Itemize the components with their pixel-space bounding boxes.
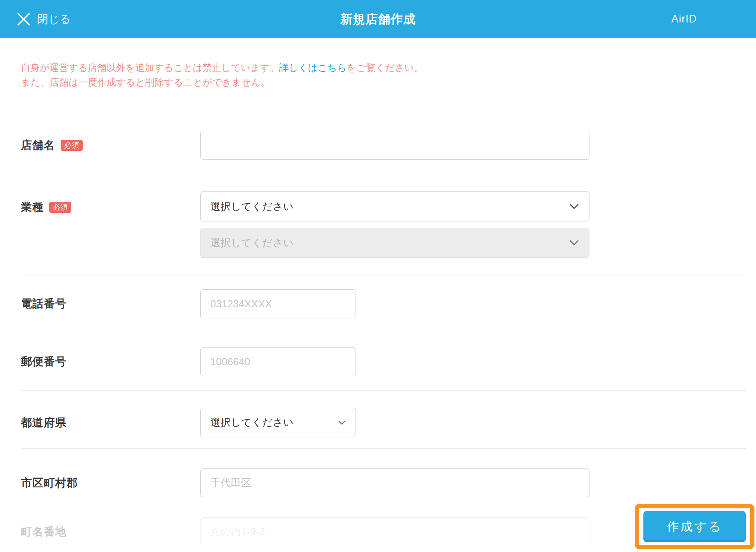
- shop-name-label-group: 店舗名 必須: [21, 138, 200, 153]
- row-industry: 業種 必須 選択してください 選択してください: [21, 174, 746, 275]
- details-link[interactable]: 詳しくはこちら: [279, 62, 346, 73]
- header: 閉じる 新規店舗作成 AirID: [0, 0, 756, 38]
- city-label-group: 市区町村郡: [21, 476, 200, 491]
- postal-code-input[interactable]: [200, 347, 356, 376]
- industry-select-primary[interactable]: 選択してください: [200, 191, 589, 221]
- industry-select-primary-value: 選択してください: [210, 200, 294, 214]
- row-city: 市区町村郡: [21, 448, 746, 511]
- phone-input[interactable]: [200, 289, 356, 318]
- row-postal-code: 郵便番号: [21, 333, 746, 390]
- city-input[interactable]: [200, 468, 589, 497]
- create-button[interactable]: 作成する: [643, 511, 746, 542]
- close-icon: [17, 12, 31, 26]
- row-prefecture: 都道府県 選択してください: [21, 390, 746, 448]
- prefecture-select[interactable]: 選択してください: [200, 408, 356, 437]
- chevron-down-icon: [569, 204, 579, 209]
- city-label: 市区町村郡: [21, 476, 78, 491]
- industry-label-group: 業種 必須: [21, 200, 200, 215]
- chevron-down-icon: [338, 420, 345, 425]
- close-label: 閉じる: [37, 12, 70, 27]
- warning-notice: 自身が運営する店舗以外を追加することは禁止しています。詳しくはこちらをご覧くださ…: [21, 38, 756, 89]
- page-title: 新規店舗作成: [340, 11, 416, 28]
- notice-line-2: また、店舗は一度作成すると削除することができません。: [21, 75, 756, 89]
- store-form: 店舗名 必須 業種 必須 選択してください 選択してく: [21, 115, 746, 546]
- required-badge: 必須: [61, 140, 83, 151]
- row-phone: 電話番号: [21, 275, 746, 333]
- notice-text-pre: 自身が運営する店舗以外を追加することは禁止しています。: [21, 62, 279, 73]
- shop-name-input[interactable]: [200, 131, 589, 160]
- prefecture-label-group: 都道府県: [21, 415, 200, 430]
- prefecture-label: 都道府県: [21, 415, 67, 430]
- row-shop-name: 店舗名 必須: [21, 115, 746, 174]
- footer-bar: 作成する: [0, 505, 756, 552]
- postal-label-group: 郵便番号: [21, 354, 200, 369]
- prefecture-select-value: 選択してください: [210, 416, 294, 429]
- shop-name-label: 店舗名: [21, 138, 55, 153]
- close-button[interactable]: 閉じる: [17, 0, 70, 38]
- phone-label-group: 電話番号: [21, 296, 200, 311]
- industry-select-secondary-value: 選択してください: [210, 236, 294, 250]
- notice-text-post: をご覧ください。: [346, 62, 423, 73]
- phone-label: 電話番号: [21, 296, 67, 311]
- new-store-modal: 閉じる 新規店舗作成 AirID 自身が運営する店舗以外を追加することは禁止して…: [0, 0, 756, 552]
- highlight-annotation: 作成する: [635, 504, 754, 549]
- industry-label: 業種: [21, 200, 44, 215]
- notice-line-1: 自身が運営する店舗以外を追加することは禁止しています。詳しくはこちらをご覧くださ…: [21, 60, 756, 75]
- brand-airid: AirID: [671, 13, 697, 25]
- required-badge: 必須: [49, 202, 71, 213]
- postal-label: 郵便番号: [21, 354, 67, 369]
- industry-select-secondary: 選択してください: [200, 228, 589, 258]
- chevron-down-icon: [569, 240, 579, 245]
